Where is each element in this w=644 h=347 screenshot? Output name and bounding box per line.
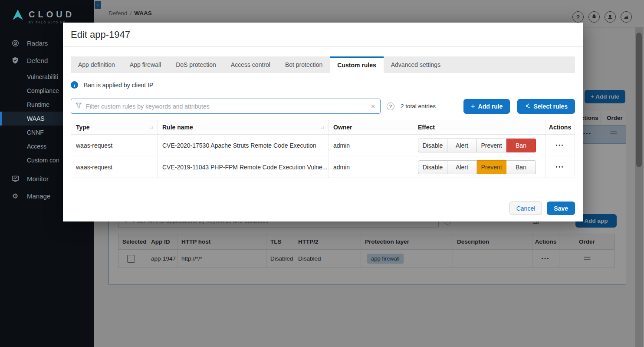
tab-access-control[interactable]: Access control: [223, 56, 278, 73]
radar-icon: [11, 40, 19, 47]
info-icon: i: [71, 81, 78, 89]
select-arrow-icon: [525, 103, 530, 110]
rules-filter-wrapper: ×: [71, 99, 381, 114]
header-type[interactable]: Type↓↑: [71, 120, 157, 134]
tab-advanced-settings[interactable]: Advanced settings: [384, 56, 448, 73]
rule-type-cell: waas-request: [71, 156, 157, 178]
modal-tabs: App definition App firewall DoS protecti…: [71, 56, 575, 73]
rules-help-icon[interactable]: ?: [387, 102, 394, 110]
info-text: Ban is applied by client IP: [84, 82, 153, 89]
tab-app-firewall[interactable]: App firewall: [122, 56, 168, 73]
save-button[interactable]: Save: [547, 202, 575, 215]
effect-option[interactable]: Ban: [506, 139, 536, 152]
filter-funnel-icon: [76, 102, 82, 110]
rule-row: waas-request CVE-2020-17530 Apache Strut…: [71, 135, 575, 156]
rule-owner-cell: admin: [328, 135, 413, 156]
shield-icon: [11, 57, 19, 64]
add-rule-button[interactable]: + Add rule: [463, 99, 510, 114]
effect-option[interactable]: Disable: [418, 139, 447, 152]
filter-clear-icon[interactable]: ×: [370, 102, 376, 110]
effect-option[interactable]: Prevent: [477, 160, 506, 174]
brand-logo: CLOUD BY PALO ALTO NE: [0, 0, 94, 24]
tab-dos-protection[interactable]: DoS protection: [168, 56, 223, 73]
effect-toggle-group: Disable Alert Prevent Ban: [418, 139, 536, 152]
rule-type-cell: waas-request: [71, 135, 157, 156]
tab-bot-protection[interactable]: Bot protection: [278, 56, 330, 73]
custom-rules-header: Type↓↑ Rule name↓↑ Owner Effect Actions: [71, 120, 575, 135]
effect-toggle-group: Disable Alert Prevent Ban: [418, 160, 536, 174]
effect-option[interactable]: Alert: [447, 160, 477, 174]
header-rule-name[interactable]: Rule name↓↑: [157, 120, 328, 134]
cloud-logo-icon: [11, 9, 24, 23]
modal-title: Edit app-1947: [63, 23, 583, 47]
plus-icon: +: [471, 102, 475, 110]
header-effect: Effect: [413, 120, 545, 134]
effect-option[interactable]: Prevent: [477, 139, 506, 152]
entries-count: 2 total entries: [401, 103, 436, 109]
effect-option[interactable]: Ban: [506, 160, 536, 174]
edit-app-modal: Edit app-1947 App definition App firewal…: [63, 23, 583, 221]
tab-custom-rules[interactable]: Custom rules: [330, 56, 383, 73]
rule-row: waas-request CVE-2019-11043 PHP-FPM Remo…: [71, 156, 575, 178]
rule-actions-menu[interactable]: •••: [545, 143, 575, 148]
sort-icon[interactable]: ↓↑: [321, 125, 324, 130]
brand-name: CLOUD: [29, 9, 75, 20]
custom-rules-table: Type↓↑ Rule name↓↑ Owner Effect Actions …: [71, 120, 575, 178]
rules-filter-input[interactable]: [85, 102, 367, 110]
tab-app-definition[interactable]: App definition: [71, 56, 122, 73]
rules-toolbar: × ? 2 total entries + Add rule Select ru…: [71, 99, 575, 114]
rule-actions-menu[interactable]: •••: [545, 165, 575, 169]
select-rules-button[interactable]: Select rules: [517, 99, 575, 114]
gear-icon: ⚙: [11, 192, 19, 200]
rule-owner-cell: admin: [328, 156, 413, 178]
header-owner: Owner: [328, 120, 413, 134]
rule-name-cell: CVE-2020-17530 Apache Struts Remote Code…: [157, 135, 328, 156]
cancel-button[interactable]: Cancel: [509, 202, 542, 215]
modal-footer: Cancel Save: [509, 202, 575, 215]
rule-name-cell: CVE-2019-11043 PHP-FPM Remote Code Execu…: [157, 156, 328, 178]
app-root: Defend/WAAS ? ‹ + Add rule Actions Order: [0, 0, 644, 347]
sort-icon[interactable]: ↓↑: [150, 125, 153, 130]
effect-option[interactable]: Disable: [418, 160, 447, 174]
monitor-icon: [11, 175, 19, 182]
info-banner: i Ban is applied by client IP: [71, 81, 575, 89]
header-actions: Actions: [545, 120, 575, 134]
effect-option[interactable]: Alert: [447, 139, 477, 152]
